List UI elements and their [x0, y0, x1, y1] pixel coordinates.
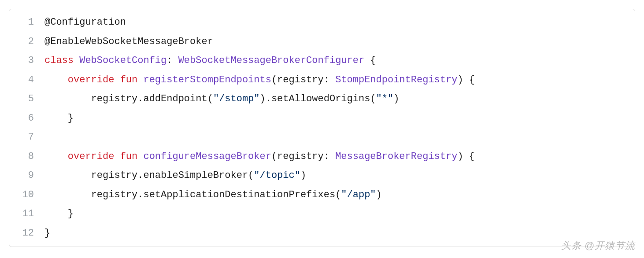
- line-content: [40, 128, 635, 147]
- code-token: {: [463, 151, 475, 162]
- line-content: override fun configureMessageBroker(regi…: [40, 147, 635, 166]
- code-token: override: [68, 74, 115, 85]
- code-token: StompEndpointRegistry: [335, 74, 457, 85]
- code-token: ): [457, 151, 463, 162]
- code-line: 8 override fun configureMessageBroker(re…: [9, 147, 635, 166]
- code-token: [137, 151, 143, 162]
- code-token: @Configuration: [44, 17, 126, 28]
- code-line: 7: [9, 128, 635, 147]
- line-number: 10: [9, 185, 40, 205]
- code-token: }: [68, 113, 74, 124]
- code-token: ).setAllowedOrigins(: [260, 93, 376, 104]
- line-content: registry.addEndpoint("/stomp").setAllowe…: [40, 89, 635, 109]
- line-number: 11: [9, 204, 40, 224]
- code-token: ): [376, 189, 382, 200]
- code-token: "/stomp": [213, 93, 260, 104]
- code-token: (: [271, 74, 277, 85]
- line-content: }: [40, 204, 635, 224]
- line-number: 5: [9, 89, 40, 109]
- code-line: 10 registry.setApplicationDestinationPre…: [9, 185, 635, 205]
- line-number: 4: [9, 70, 40, 90]
- line-content: class WebSocketConfig: WebSocketMessageB…: [40, 51, 635, 70]
- line-content: }: [40, 224, 635, 247]
- code-token: (: [271, 151, 277, 162]
- line-content: registry.setApplicationDestinationPrefix…: [40, 185, 635, 205]
- code-line: 11 }: [9, 204, 635, 224]
- code-token: fun: [120, 74, 138, 85]
- code-line: 12}: [9, 224, 635, 247]
- line-number: 6: [9, 109, 40, 128]
- line-number: 12: [9, 224, 40, 247]
- code-token: [114, 151, 120, 162]
- code-token: WebSocketConfig: [79, 55, 167, 66]
- code-token: MessageBrokerRegistry: [335, 151, 457, 162]
- code-body: 1@Configuration2@EnableWebSocketMessageB…: [9, 9, 635, 247]
- code-line: 1@Configuration: [9, 9, 635, 32]
- code-token: [74, 55, 79, 66]
- code-token: registry: [277, 74, 324, 85]
- code-line: 4 override fun registerStompEndpoints(re…: [9, 70, 635, 90]
- code-token: registry.addEndpoint(: [91, 93, 213, 104]
- code-token: registry.setApplicationDestinationPrefix…: [91, 189, 341, 200]
- line-number: 9: [9, 166, 40, 185]
- line-content: registry.enableSimpleBroker("/topic"): [40, 166, 635, 185]
- line-number: 7: [9, 128, 40, 147]
- code-token: registry.enableSimpleBroker(: [91, 170, 254, 181]
- code-token: class: [44, 55, 74, 66]
- code-table: 1@Configuration2@EnableWebSocketMessageB…: [9, 9, 635, 247]
- code-token: WebSocketMessageBrokerConfigurer: [178, 55, 364, 66]
- code-token: registerStompEndpoints: [143, 74, 271, 85]
- code-token: "/topic": [254, 170, 300, 181]
- code-token: "*": [376, 93, 394, 104]
- code-token: fun: [120, 151, 138, 162]
- line-content: @EnableWebSocketMessageBroker: [40, 32, 635, 52]
- code-token: {: [364, 55, 376, 66]
- code-token: ): [300, 170, 306, 181]
- code-line: 3class WebSocketConfig: WebSocketMessage…: [9, 51, 635, 70]
- line-content: }: [40, 109, 635, 128]
- code-line: 9 registry.enableSimpleBroker("/topic"): [9, 166, 635, 185]
- code-block: 1@Configuration2@EnableWebSocketMessageB…: [9, 9, 635, 247]
- code-token: override: [68, 151, 115, 162]
- line-content: override fun registerStompEndpoints(regi…: [40, 70, 635, 90]
- code-line: 5 registry.addEndpoint("/stomp").setAllo…: [9, 89, 635, 109]
- code-token: "/app": [341, 189, 376, 200]
- code-token: configureMessageBroker: [143, 151, 271, 162]
- line-number: 1: [9, 9, 40, 32]
- code-token: @EnableWebSocketMessageBroker: [44, 36, 213, 47]
- line-number: 2: [9, 32, 40, 52]
- code-line: 2@EnableWebSocketMessageBroker: [9, 32, 635, 52]
- code-token: }: [44, 228, 50, 239]
- code-token: :: [167, 55, 178, 66]
- line-number: 3: [9, 51, 40, 70]
- line-content: @Configuration: [40, 9, 635, 32]
- code-token: :: [324, 151, 335, 162]
- code-token: }: [68, 208, 74, 219]
- code-token: [114, 74, 120, 85]
- code-token: :: [324, 74, 335, 85]
- code-token: ): [457, 74, 463, 85]
- code-token: [137, 74, 143, 85]
- line-number: 8: [9, 147, 40, 166]
- code-token: registry: [277, 151, 324, 162]
- code-token: {: [463, 74, 475, 85]
- code-token: ): [393, 93, 399, 104]
- code-line: 6 }: [9, 109, 635, 128]
